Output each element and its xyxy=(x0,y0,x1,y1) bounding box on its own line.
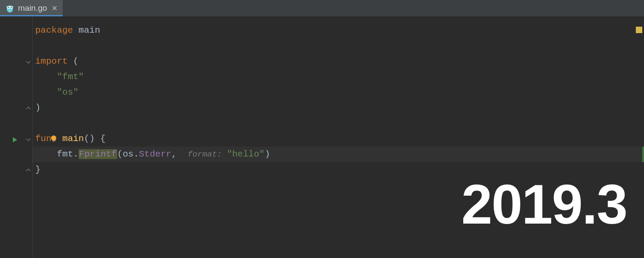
fold-close-icon[interactable] xyxy=(25,167,31,173)
token-punct: } xyxy=(35,165,41,175)
run-gutter-icon[interactable] xyxy=(12,135,18,145)
fold-open-icon[interactable] xyxy=(25,136,31,142)
close-icon[interactable]: ✕ xyxy=(52,4,58,13)
token-def: fmt xyxy=(57,149,73,159)
code-line[interactable]: package main xyxy=(35,23,100,38)
editor-tab-bar: main.go ✕ xyxy=(0,0,644,16)
token-punct xyxy=(35,149,57,159)
code-line[interactable]: ) xyxy=(35,100,41,116)
token-str: "fmt" xyxy=(57,72,84,82)
code-line[interactable]: func main() { xyxy=(35,131,106,147)
fold-open-icon[interactable] xyxy=(25,59,31,65)
token-punct: () { xyxy=(84,134,105,144)
svg-point-7 xyxy=(9,9,10,9)
fold-close-icon[interactable] xyxy=(25,105,31,111)
token-punct: , xyxy=(171,149,188,159)
token-str: "os" xyxy=(57,87,78,97)
code-line[interactable]: fmt.Fprintf(os.Stderr, format: "hello") xyxy=(35,147,270,162)
token-memb: Stderr xyxy=(139,149,172,159)
version-overlay: 2019.3 xyxy=(461,176,627,232)
svg-rect-9 xyxy=(53,140,55,141)
editor-tab-main-go[interactable]: main.go ✕ xyxy=(0,0,63,16)
editor-gutter xyxy=(0,16,33,258)
gopher-icon xyxy=(5,3,15,13)
token-punct: . xyxy=(134,149,139,159)
token-hint: format: xyxy=(188,150,227,159)
current-line-stripe xyxy=(642,147,644,162)
token-kw: import xyxy=(35,56,68,66)
svg-point-4 xyxy=(11,7,12,8)
code-line[interactable]: import ( xyxy=(35,54,79,69)
code-line[interactable]: } xyxy=(35,162,41,178)
token-punct: ( xyxy=(117,149,123,159)
svg-point-8 xyxy=(51,135,56,141)
token-kw: package xyxy=(35,25,73,35)
token-punct xyxy=(35,72,57,82)
token-punct xyxy=(35,87,57,97)
token-punct: . xyxy=(73,149,79,159)
token-punct: ) xyxy=(264,149,270,159)
intention-bulb-icon[interactable] xyxy=(49,131,58,147)
code-line[interactable]: "fmt" xyxy=(35,69,84,85)
token-memb: Fprintf xyxy=(79,149,117,159)
code-line[interactable]: "os" xyxy=(35,85,79,100)
token-punct: ) xyxy=(35,103,41,113)
token-punct xyxy=(73,25,79,35)
token-def: main xyxy=(79,25,100,35)
svg-point-3 xyxy=(8,7,9,8)
warning-stripe-marker[interactable] xyxy=(636,27,642,33)
token-punct: ( xyxy=(68,56,79,66)
token-def: os xyxy=(123,149,134,159)
svg-point-5 xyxy=(6,6,8,8)
svg-point-6 xyxy=(12,6,14,8)
token-ident: main xyxy=(62,134,84,144)
token-str: "hello" xyxy=(227,149,264,159)
tab-filename: main.go xyxy=(18,3,47,13)
